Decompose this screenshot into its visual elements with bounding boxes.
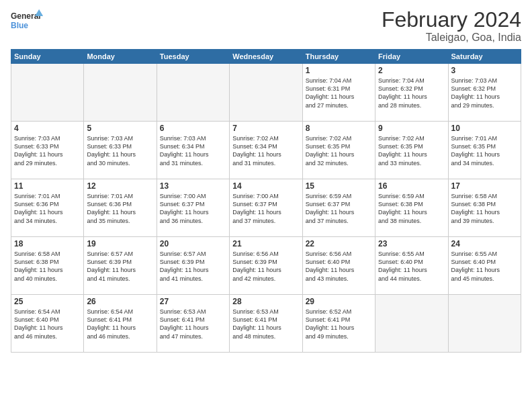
day-info: Sunrise: 7:03 AM Sunset: 6:32 PM Dayligh…	[451, 77, 518, 109]
day-number: 28	[232, 297, 299, 306]
calendar-cell: 4Sunrise: 7:03 AM Sunset: 6:33 PM Daylig…	[11, 122, 84, 179]
calendar-cell: 5Sunrise: 7:03 AM Sunset: 6:33 PM Daylig…	[84, 122, 157, 179]
calendar-cell	[375, 295, 448, 353]
calendar-cell: 1Sunrise: 7:04 AM Sunset: 6:31 PM Daylig…	[302, 64, 375, 122]
day-info: Sunrise: 6:57 AM Sunset: 6:39 PM Dayligh…	[160, 250, 226, 283]
day-number: 16	[378, 181, 445, 191]
day-info: Sunrise: 7:01 AM Sunset: 6:35 PM Dayligh…	[451, 134, 518, 167]
calendar-cell: 18Sunrise: 6:58 AM Sunset: 6:38 PM Dayli…	[11, 237, 84, 295]
day-number: 15	[306, 181, 372, 191]
svg-text:Blue: Blue	[11, 21, 28, 30]
calendar-cell	[157, 64, 229, 122]
day-number: 5	[87, 124, 153, 133]
calendar-cell: 2Sunrise: 7:04 AM Sunset: 6:32 PM Daylig…	[375, 64, 448, 122]
calendar-cell: 20Sunrise: 6:57 AM Sunset: 6:39 PM Dayli…	[157, 237, 229, 295]
day-number: 6	[160, 124, 226, 133]
calendar-cell: 24Sunrise: 6:55 AM Sunset: 6:40 PM Dayli…	[448, 237, 521, 295]
day-number: 11	[14, 181, 81, 191]
week-row-2: 4Sunrise: 7:03 AM Sunset: 6:33 PM Daylig…	[11, 122, 521, 179]
day-number: 13	[160, 181, 226, 191]
week-row-4: 18Sunrise: 6:58 AM Sunset: 6:38 PM Dayli…	[11, 237, 521, 295]
day-number: 21	[232, 239, 299, 248]
day-info: Sunrise: 6:52 AM Sunset: 6:41 PM Dayligh…	[306, 308, 372, 340]
day-info: Sunrise: 7:04 AM Sunset: 6:32 PM Dayligh…	[378, 77, 445, 109]
logo-svg: General Blue	[11, 8, 44, 32]
week-row-3: 11Sunrise: 7:01 AM Sunset: 6:36 PM Dayli…	[11, 179, 521, 237]
day-number: 23	[378, 239, 445, 248]
day-info: Sunrise: 7:04 AM Sunset: 6:31 PM Dayligh…	[306, 77, 372, 109]
calendar-cell: 28Sunrise: 6:53 AM Sunset: 6:41 PM Dayli…	[230, 295, 302, 353]
day-header-monday: Monday	[84, 50, 157, 64]
calendar-cell: 13Sunrise: 7:00 AM Sunset: 6:37 PM Dayli…	[157, 179, 229, 237]
day-info: Sunrise: 6:57 AM Sunset: 6:39 PM Dayligh…	[87, 250, 153, 283]
day-info: Sunrise: 7:02 AM Sunset: 6:34 PM Dayligh…	[232, 134, 299, 167]
calendar-cell	[11, 64, 84, 122]
calendar-cell: 10Sunrise: 7:01 AM Sunset: 6:35 PM Dayli…	[448, 122, 521, 179]
calendar-cell: 26Sunrise: 6:54 AM Sunset: 6:41 PM Dayli…	[84, 295, 157, 353]
calendar-cell: 21Sunrise: 6:56 AM Sunset: 6:39 PM Dayli…	[230, 237, 302, 295]
calendar-table: SundayMondayTuesdayWednesdayThursdayFrid…	[11, 49, 521, 353]
calendar-cell: 16Sunrise: 6:59 AM Sunset: 6:38 PM Dayli…	[375, 179, 448, 237]
day-info: Sunrise: 6:54 AM Sunset: 6:41 PM Dayligh…	[87, 308, 153, 340]
subtitle: Taleigao, Goa, India	[382, 32, 521, 44]
calendar-cell: 14Sunrise: 7:00 AM Sunset: 6:37 PM Dayli…	[230, 179, 302, 237]
day-number: 7	[232, 124, 299, 133]
day-number: 29	[306, 297, 372, 306]
title-area: February 2024 Taleigao, Goa, India	[382, 8, 521, 44]
day-number: 22	[306, 239, 372, 248]
day-header-saturday: Saturday	[448, 50, 521, 64]
day-number: 4	[14, 124, 81, 133]
day-info: Sunrise: 7:00 AM Sunset: 6:37 PM Dayligh…	[232, 192, 299, 225]
day-number: 12	[87, 181, 153, 191]
calendar-cell: 17Sunrise: 6:58 AM Sunset: 6:38 PM Dayli…	[448, 179, 521, 237]
calendar-cell	[448, 295, 521, 353]
calendar-cell: 23Sunrise: 6:55 AM Sunset: 6:40 PM Dayli…	[375, 237, 448, 295]
day-info: Sunrise: 6:56 AM Sunset: 6:40 PM Dayligh…	[306, 250, 372, 283]
day-info: Sunrise: 6:55 AM Sunset: 6:40 PM Dayligh…	[451, 250, 518, 283]
week-row-5: 25Sunrise: 6:54 AM Sunset: 6:40 PM Dayli…	[11, 295, 521, 353]
calendar-cell: 3Sunrise: 7:03 AM Sunset: 6:32 PM Daylig…	[448, 64, 521, 122]
calendar-cell	[230, 64, 302, 122]
day-info: Sunrise: 6:58 AM Sunset: 6:38 PM Dayligh…	[14, 250, 81, 283]
day-number: 24	[451, 239, 518, 248]
calendar-cell: 7Sunrise: 7:02 AM Sunset: 6:34 PM Daylig…	[230, 122, 302, 179]
day-number: 9	[378, 124, 445, 133]
day-number: 3	[451, 66, 518, 75]
calendar-cell: 9Sunrise: 7:02 AM Sunset: 6:35 PM Daylig…	[375, 122, 448, 179]
calendar-cell: 6Sunrise: 7:03 AM Sunset: 6:34 PM Daylig…	[157, 122, 229, 179]
day-number: 8	[306, 124, 372, 133]
header-row: SundayMondayTuesdayWednesdayThursdayFrid…	[11, 50, 521, 64]
day-info: Sunrise: 6:59 AM Sunset: 6:37 PM Dayligh…	[306, 192, 372, 225]
day-header-sunday: Sunday	[11, 50, 84, 64]
calendar-cell: 15Sunrise: 6:59 AM Sunset: 6:37 PM Dayli…	[302, 179, 375, 237]
day-info: Sunrise: 6:53 AM Sunset: 6:41 PM Dayligh…	[232, 308, 299, 340]
calendar-cell: 12Sunrise: 7:01 AM Sunset: 6:36 PM Dayli…	[84, 179, 157, 237]
day-info: Sunrise: 7:01 AM Sunset: 6:36 PM Dayligh…	[87, 192, 153, 225]
day-header-wednesday: Wednesday	[230, 50, 302, 64]
day-info: Sunrise: 6:53 AM Sunset: 6:41 PM Dayligh…	[160, 308, 226, 340]
day-info: Sunrise: 6:55 AM Sunset: 6:40 PM Dayligh…	[378, 250, 445, 283]
page: General Blue February 2024 Taleigao, Goa…	[0, 0, 532, 411]
day-info: Sunrise: 7:02 AM Sunset: 6:35 PM Dayligh…	[306, 134, 372, 167]
calendar-cell: 19Sunrise: 6:57 AM Sunset: 6:39 PM Dayli…	[84, 237, 157, 295]
day-number: 27	[160, 297, 226, 306]
day-info: Sunrise: 7:03 AM Sunset: 6:34 PM Dayligh…	[160, 134, 226, 167]
day-number: 18	[14, 239, 81, 248]
day-info: Sunrise: 7:03 AM Sunset: 6:33 PM Dayligh…	[14, 134, 81, 167]
day-number: 26	[87, 297, 153, 306]
day-number: 14	[232, 181, 299, 191]
week-row-1: 1Sunrise: 7:04 AM Sunset: 6:31 PM Daylig…	[11, 64, 521, 122]
day-number: 10	[451, 124, 518, 133]
day-info: Sunrise: 6:54 AM Sunset: 6:40 PM Dayligh…	[14, 308, 81, 340]
day-number: 17	[451, 181, 518, 191]
header: General Blue February 2024 Taleigao, Goa…	[11, 8, 521, 44]
day-number: 2	[378, 66, 445, 75]
day-info: Sunrise: 7:00 AM Sunset: 6:37 PM Dayligh…	[160, 192, 226, 225]
day-info: Sunrise: 7:03 AM Sunset: 6:33 PM Dayligh…	[87, 134, 153, 167]
day-header-tuesday: Tuesday	[157, 50, 229, 64]
logo: General Blue	[11, 8, 44, 32]
day-info: Sunrise: 7:01 AM Sunset: 6:36 PM Dayligh…	[14, 192, 81, 225]
day-header-friday: Friday	[375, 50, 448, 64]
day-header-thursday: Thursday	[302, 50, 375, 64]
day-number: 20	[160, 239, 226, 248]
